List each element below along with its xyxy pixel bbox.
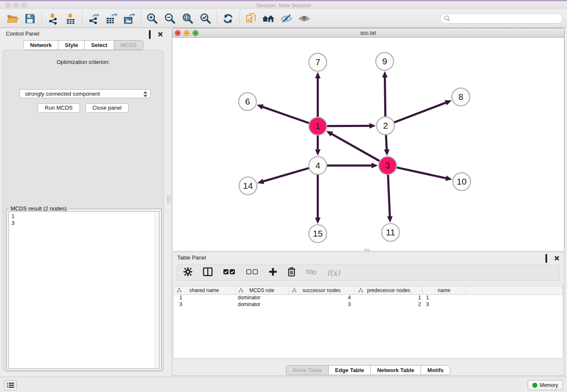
- search-box[interactable]: [440, 13, 563, 24]
- column-header-filler: [466, 286, 563, 294]
- table-cell[interactable]: 1: [355, 295, 423, 301]
- tab-mcds[interactable]: MCDS: [114, 40, 143, 50]
- combo-arrows-icon: [143, 91, 148, 98]
- clone-network-icon[interactable]: [244, 11, 258, 26]
- zoom-out-icon[interactable]: [162, 11, 177, 26]
- save-session-icon[interactable]: [23, 11, 37, 26]
- close-table-panel-icon[interactable]: [554, 255, 559, 260]
- home-view-icon[interactable]: [261, 11, 276, 26]
- close-panel-icon[interactable]: [158, 31, 163, 36]
- graph-node-label: 1: [315, 121, 320, 131]
- table-cell[interactable]: 4: [289, 295, 355, 301]
- network-window-titlebar[interactable]: × − + scc.txt: [172, 28, 564, 38]
- graph-edge-arrowhead: [257, 104, 264, 109]
- table-row[interactable]: 1dominator411: [173, 295, 563, 301]
- show-all-eye-icon[interactable]: [297, 11, 311, 26]
- delete-table-icon-disabled: [306, 268, 317, 277]
- hide-selected-eye-slash-icon[interactable]: [279, 11, 294, 26]
- tab-select[interactable]: Select: [84, 40, 114, 50]
- network-graph-svg: 7968124314101511: [172, 38, 564, 251]
- mcds-result-title: MCDS result (2 nodes): [9, 205, 68, 212]
- network-view-window: × − + scc.txt 7968124314101511: [172, 28, 564, 251]
- node-table-header: shared name MCDS role successor nodes pr…: [173, 286, 563, 295]
- memory-button[interactable]: Memory: [528, 380, 563, 390]
- graph-edge-1-2[interactable]: [327, 126, 370, 126]
- table-panel-title: Table Panel: [177, 254, 206, 261]
- network-canvas[interactable]: 7968124314101511: [172, 38, 564, 251]
- table-cell[interactable]: dominator: [235, 301, 289, 308]
- table-cell[interactable]: 1: [173, 295, 235, 301]
- table-cell[interactable]: 3: [289, 301, 355, 308]
- table-cell[interactable]: 1: [423, 295, 466, 301]
- graph-edge-arrowhead: [315, 72, 321, 78]
- vertical-splitter-handle[interactable]: [167, 196, 171, 203]
- select-all-columns-icon[interactable]: [223, 268, 236, 277]
- tab-node-table[interactable]: Node Table: [286, 365, 329, 375]
- hierarchy-icon: [358, 288, 363, 293]
- table-cell[interactable]: 3: [423, 301, 466, 308]
- close-panel-button[interactable]: Close panel: [85, 103, 129, 113]
- show-columns-icon[interactable]: [203, 267, 213, 278]
- export-table-icon[interactable]: [104, 11, 118, 26]
- tab-edge-table[interactable]: Edge Table: [328, 365, 371, 375]
- tab-motifs[interactable]: Motifs: [421, 365, 450, 375]
- table-row[interactable]: 3dominator323: [173, 301, 563, 308]
- deselect-all-columns-icon[interactable]: [246, 268, 259, 277]
- status-bar: Memory: [0, 377, 567, 392]
- graph-edge-3-10[interactable]: [396, 168, 446, 179]
- graph-edge-2-9[interactable]: [385, 77, 385, 116]
- graph-node-label: 7: [315, 57, 320, 67]
- table-cell[interactable]: dominator: [235, 295, 289, 301]
- graph-edge-arrowhead: [387, 216, 393, 223]
- export-network-icon[interactable]: [86, 11, 101, 26]
- tab-network-table[interactable]: Network Table: [370, 365, 421, 375]
- zoom-fit-icon[interactable]: [180, 11, 195, 26]
- graph-edge-2-3[interactable]: [386, 135, 387, 150]
- float-table-panel-icon[interactable]: [545, 255, 550, 260]
- mcds-result-text[interactable]: 1 3: [8, 211, 160, 369]
- graph-edge-1-6[interactable]: [262, 107, 309, 123]
- zoom-selected-icon[interactable]: [198, 11, 212, 26]
- graph-node-label: 2: [383, 121, 388, 130]
- graph-node-label: 6: [245, 97, 250, 106]
- add-column-plus-icon[interactable]: [269, 268, 277, 278]
- graph-edge-4-14[interactable]: [263, 168, 309, 182]
- search-input[interactable]: [452, 15, 562, 22]
- column-header-name[interactable]: name: [423, 286, 466, 294]
- tab-style[interactable]: Style: [58, 40, 85, 50]
- criterion-select[interactable]: strongly connected component: [19, 89, 151, 98]
- column-header-mcds-role[interactable]: MCDS role: [235, 286, 289, 294]
- search-icon: [444, 15, 450, 22]
- tab-network[interactable]: Network: [23, 40, 58, 50]
- open-file-icon[interactable]: [5, 11, 19, 26]
- graph-node-label: 9: [382, 56, 387, 66]
- graph-node-label: 8: [458, 92, 463, 102]
- node-table: shared name MCDS role successor nodes pr…: [173, 286, 563, 359]
- table-cell[interactable]: 3: [173, 301, 235, 308]
- graph-edge-3-1[interactable]: [331, 134, 379, 161]
- table-cell[interactable]: 2: [355, 301, 423, 308]
- control-panel-title: Control Panel: [6, 30, 39, 37]
- main-toolbar: [0, 9, 567, 28]
- graph-edge-arrowhead: [445, 100, 451, 105]
- apply-layout-icon[interactable]: [221, 11, 235, 26]
- task-history-button[interactable]: [4, 380, 17, 390]
- mcds-result-scrollbar[interactable]: [154, 212, 159, 368]
- delete-column-trash-icon[interactable]: [287, 267, 296, 278]
- table-cell-filler: [466, 295, 563, 301]
- import-network-icon[interactable]: [46, 11, 60, 26]
- graph-edge-2-8[interactable]: [394, 102, 447, 122]
- graph-edge-3-11[interactable]: [388, 175, 390, 217]
- table-options-gear-icon[interactable]: [183, 267, 193, 278]
- column-header-successor-nodes[interactable]: successor nodes: [289, 286, 355, 294]
- network-window-title: scc.txt: [172, 30, 564, 36]
- criterion-selected-value: strongly connected component: [25, 91, 100, 97]
- column-header-shared-name[interactable]: shared name: [173, 286, 235, 294]
- import-table-icon[interactable]: [63, 11, 78, 26]
- zoom-in-icon[interactable]: [145, 11, 159, 26]
- graph-edge-arrowhead: [257, 179, 264, 184]
- run-mcds-button[interactable]: Run MCDS: [38, 103, 80, 113]
- column-header-predecessor-nodes[interactable]: predecessor nodes: [355, 286, 423, 294]
- export-image-icon[interactable]: [122, 11, 136, 26]
- float-panel-icon[interactable]: [149, 31, 154, 36]
